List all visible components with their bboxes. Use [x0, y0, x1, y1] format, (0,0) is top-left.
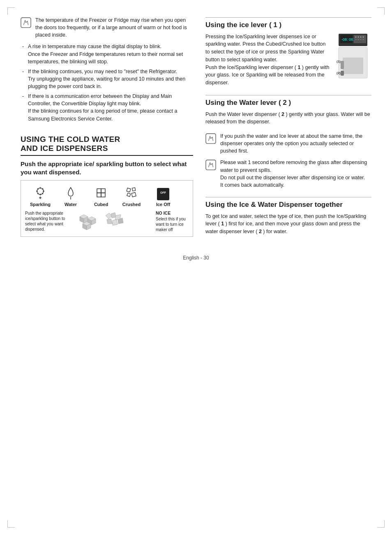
corner-tr — [377, 7, 385, 15]
svg-rect-17 — [127, 188, 131, 192]
section3-divider — [205, 197, 371, 197]
svg-marker-36 — [113, 220, 118, 225]
section3-body: To get Ice and water, select the type of… — [205, 213, 371, 236]
section-title-cold-water: USING THE COLD WATER AND ICE DISPENSERS — [21, 135, 193, 154]
disp-iceoff-label: Ice Off — [156, 201, 170, 208]
page-number: English - 30 — [21, 255, 371, 262]
disp-cubed: Cubed — [86, 185, 116, 208]
section1-divider — [205, 17, 371, 18]
bullet-item-1: A rise in temperature may cause the digi… — [21, 43, 193, 65]
section2-title: Using the Water lever ( 2 ) — [205, 98, 371, 108]
cubed-ice-image — [78, 211, 100, 231]
svg-rect-13 — [97, 189, 101, 193]
section2-divider — [205, 95, 371, 95]
svg-rect-14 — [101, 189, 105, 193]
svg-point-46 — [355, 39, 357, 40]
svg-text:(2): (2) — [337, 71, 341, 75]
svg-rect-16 — [101, 193, 105, 197]
bullet-item-3: If there is a communication error betwee… — [21, 93, 193, 123]
svg-point-49 — [363, 39, 364, 40]
svg-point-43 — [358, 36, 359, 37]
disp-sparkling-label: Sparkling — [30, 201, 51, 208]
pencil-icon-3 — [205, 160, 216, 170]
disp-water-label: Water — [65, 201, 77, 208]
corner-br — [377, 520, 385, 528]
section-together: Using the Ice & Water Dispenser together… — [205, 197, 371, 236]
corner-tl — [7, 7, 15, 15]
svg-rect-52 — [341, 61, 344, 69]
left-column: The temperature of the Freezer or Fridge… — [21, 16, 193, 242]
disp-ice-images — [78, 211, 152, 231]
section1-body: Pressing the Ice/Sparkling lever dispens… — [205, 33, 330, 87]
svg-rect-18 — [132, 188, 136, 191]
dispenser-icons-row: Sparkling Water — [25, 185, 189, 208]
disp-crushed-label: Crushed — [122, 201, 141, 208]
svg-point-45 — [363, 36, 364, 37]
note-2-text: If you push the water and Ice lever at a… — [220, 132, 371, 155]
section-divider — [21, 155, 193, 156]
page: The temperature of the Freezer or Fridge… — [0, 0, 392, 535]
pencil-icon-2 — [205, 133, 216, 144]
dispenser-bottom-row: Push the appropriate ice/sparkling butto… — [25, 211, 189, 232]
section-water-lever: Using the Water lever ( 2 ) Push the Wat… — [205, 95, 371, 126]
fridge-diagram-svg: -08: 08: — [334, 33, 371, 82]
disp-ice-off: OFF Ice Off — [147, 187, 180, 208]
svg-rect-20 — [131, 192, 136, 197]
note-block-2: If you push the water and Ice lever at a… — [205, 132, 371, 155]
svg-marker-35 — [107, 219, 113, 224]
svg-text:OFF: OFF — [160, 191, 166, 194]
section1-title: Using the ice lever ( 1 ) — [205, 20, 371, 30]
svg-marker-33 — [111, 213, 116, 218]
svg-point-47 — [358, 39, 359, 40]
note-block-3: Please wait 1 second before removing the… — [205, 159, 371, 189]
disp-no-ice-text: NO ICE Select this if you want to turn i… — [156, 211, 189, 232]
right-column: Using the ice lever ( 1 ) Pressing the I… — [205, 16, 371, 242]
disp-sparkling: Sparkling — [25, 185, 55, 208]
svg-point-48 — [360, 39, 362, 40]
svg-point-44 — [360, 36, 362, 37]
disp-description: Push the appropriate ice/sparkling butto… — [25, 211, 74, 232]
dispenser-diagram-box: Sparkling Water — [21, 180, 193, 237]
svg-rect-19 — [127, 193, 131, 197]
section1-content: Pressing the Ice/Sparkling lever dispens… — [205, 33, 371, 87]
no-ice-description: Select this if you want to turn ice make… — [156, 216, 189, 232]
pencil-icon — [21, 17, 31, 28]
svg-point-42 — [355, 36, 357, 37]
section-ice-lever: Using the ice lever ( 1 ) Pressing the I… — [205, 17, 371, 87]
disp-cubed-label: Cubed — [94, 201, 108, 208]
bullet-item-2: If the blinking continues, you may need … — [21, 68, 193, 90]
svg-rect-21 — [157, 188, 169, 200]
main-two-col: The temperature of the Freezer or Fridge… — [21, 16, 371, 242]
note-3-text: Please wait 1 second before removing the… — [220, 159, 371, 189]
svg-text:-08: 08:: -08: 08: — [341, 37, 354, 42]
bullet-list: A rise in temperature may cause the digi… — [21, 43, 193, 122]
svg-rect-51 — [343, 58, 363, 74]
section2-body: Push the Water lever dispenser ( 2 ) gen… — [205, 111, 371, 126]
disp-water: Water — [55, 185, 86, 208]
svg-text:(1): (1) — [337, 60, 341, 63]
section3-title: Using the Ice & Water Dispenser together — [205, 200, 371, 210]
note-1-text: The temperature of the Freezer or Fridge… — [35, 16, 193, 39]
section-subtitle: Push the appropriate ice/ sparkling butt… — [21, 160, 193, 176]
note-block-1: The temperature of the Freezer or Fridge… — [21, 16, 193, 39]
fridge-dispenser-image: -08: 08: — [334, 33, 371, 87]
no-ice-label: NO ICE — [156, 211, 189, 216]
crushed-ice-image — [104, 211, 126, 231]
disp-crushed: Crushed — [116, 185, 147, 208]
svg-rect-54 — [341, 71, 344, 76]
svg-rect-15 — [97, 193, 101, 197]
corner-bl — [7, 520, 15, 528]
